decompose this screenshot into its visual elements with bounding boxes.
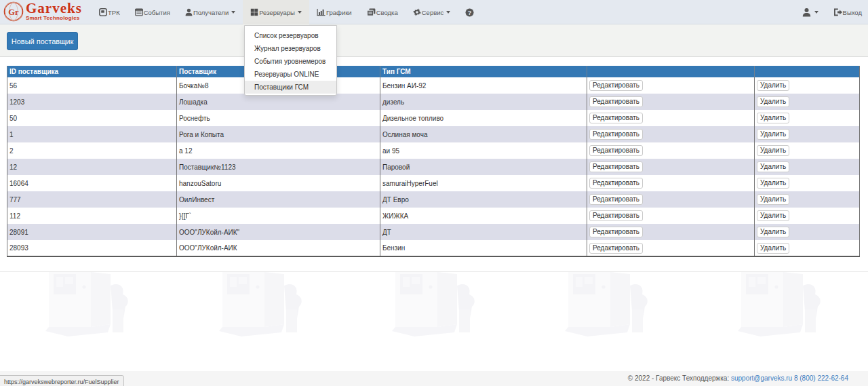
edit-button[interactable]: Редактировать [589,210,643,221]
delete-button[interactable]: Удалить [757,129,789,140]
tank-icon [250,8,258,16]
dropdown-item-link[interactable]: События уровнемеров [245,55,336,68]
footer-copyright: © 2022 - Гарвекс Техподдержка: [628,374,729,382]
cell-delete: Удалить [755,94,860,110]
nav-label: События [144,9,170,16]
footer-support-link[interactable]: support@garveks.ru 8 (800) 222-62-64 [731,374,848,382]
cell-fuel-type: Паровой [380,159,587,175]
nav-item-tanks[interactable]: Резервуары [243,0,309,24]
delete-button[interactable]: Удалить [757,210,789,221]
cell-supplier-name: }{[Г` [177,208,380,224]
table-header-row: ID поставщика Поставщик Тип ГСМ [7,66,860,77]
nav-label: Сервис [422,9,444,16]
cell-delete: Удалить [755,208,860,224]
cell-fuel-type: ЖИЖКА [380,208,587,224]
cell-delete: Удалить [755,110,860,126]
edit-button[interactable]: Редактировать [589,129,643,140]
delete-button[interactable]: Удалить [757,243,789,254]
nav-item-service[interactable]: Сервис [406,0,458,24]
delete-button[interactable]: Удалить [757,227,789,237]
bar-chart-icon [317,8,326,16]
cell-fuel-type: аи 95 [380,142,587,159]
edit-button[interactable]: Редактировать [589,80,643,91]
nav-label: ТРК [108,9,120,16]
delete-button[interactable]: Удалить [757,113,789,123]
delete-button[interactable]: Удалить [757,194,789,205]
delete-button[interactable]: Удалить [757,161,789,172]
gear-icon [413,8,421,16]
delete-button[interactable]: Удалить [757,80,789,91]
dropdown-item-tank-journal[interactable]: Журнал резервуаров [245,42,336,55]
edit-button[interactable]: Редактировать [589,96,643,107]
cell-edit: Редактировать [587,224,755,240]
col-header-fuel: Тип ГСМ [380,66,587,77]
nav-label: Получатели [193,9,229,16]
cell-delete: Удалить [755,175,860,191]
cell-edit: Редактировать [587,240,755,256]
dashboard-icon [99,8,107,16]
brand-tagline: Smart Technologies [26,15,82,21]
cell-edit: Редактировать [587,159,755,175]
cell-edit: Редактировать [587,142,755,159]
nav-item-events-link[interactable]: События [127,0,178,24]
list-alt-icon [135,8,143,16]
brand-logo[interactable]: Gr Garveks Smart Technologies [3,1,82,22]
suppliers-table-wrap: ID поставщика Поставщик Тип ГСМ 56Бочка№… [7,66,860,257]
caret-down-icon [231,11,235,14]
table-row: 777ОилИнвестДТ ЕвроРедактироватьУдалить [7,191,860,208]
dropdown-item-tanks-online[interactable]: Резервуары ONLINE [245,68,336,81]
nav-item-trk-link[interactable]: ТРК [92,0,127,24]
nav-item-charts[interactable]: Графики [309,0,359,24]
dropdown-item-level-events[interactable]: События уровнемеров [245,55,336,68]
edit-button[interactable]: Редактировать [589,145,643,156]
dropdown-item-link[interactable]: Список резервуаров [245,29,336,42]
cell-edit: Редактировать [587,94,755,110]
nav-item-recipients-link[interactable]: Получатели [178,0,243,24]
cell-supplier-name: ООО"ЛУКойл-АИК" [177,224,380,240]
delete-button[interactable]: Удалить [757,178,789,189]
cell-supplier-name: hanzouSatoru [177,175,380,191]
nav-item-events[interactable]: События [127,0,178,24]
nav-item-service-link[interactable]: Сервис [406,0,458,24]
nav-item-summary-link[interactable]: Сводка [359,0,406,24]
cell-supplier-name: Лошадка [177,94,380,110]
new-supplier-button[interactable]: Новый поставщик [7,32,78,50]
navbar: Gr Garveks Smart Technologies ТРК Событи… [0,0,868,24]
nav-item-logout[interactable]: Выход [826,0,868,24]
nav-item-charts-link[interactable]: Графики [309,0,359,24]
nav-item-tanks-link[interactable]: Резервуары [243,0,309,24]
dropdown-item-link[interactable]: Резервуары ONLINE [245,68,336,81]
nav-item-recipients[interactable]: Получатели [178,0,243,24]
fuel-pump-watermark [734,272,826,343]
delete-button[interactable]: Удалить [757,145,789,156]
edit-button[interactable]: Редактировать [589,161,643,172]
cell-delete: Удалить [755,224,860,240]
cell-supplier-name: ООО"ЛУКойл-АИК [177,240,380,256]
nav-item-account-link[interactable] [795,0,826,24]
delete-button[interactable]: Удалить [757,96,789,107]
cell-supplier-name: Рога и Копыта [177,126,380,142]
nav-item-help-link[interactable]: ? [458,0,482,24]
cell-edit: Редактировать [587,110,755,126]
dropdown-item-fuel-suppliers[interactable]: Поставщики ГСМ [245,81,336,94]
dropdown-item-tank-list[interactable]: Список резервуаров [245,29,336,42]
nav-item-trk[interactable]: ТРК [92,0,127,24]
nav-item-account[interactable] [795,0,826,24]
cell-supplier-id: 1203 [7,94,177,110]
cell-fuel-type: Ослиная моча [380,126,587,142]
cell-delete: Удалить [755,77,860,94]
dropdown-item-link[interactable]: Поставщики ГСМ [245,81,336,94]
dropdown-item-link[interactable]: Журнал резервуаров [245,42,336,55]
edit-button[interactable]: Редактировать [589,113,643,123]
nav-item-logout-link[interactable]: Выход [826,0,868,24]
edit-button[interactable]: Редактировать [589,243,643,254]
edit-button[interactable]: Редактировать [589,178,643,189]
nav-item-summary[interactable]: Сводка [359,0,406,24]
cell-fuel-type: Бензин [380,240,587,256]
nav-item-help[interactable]: ? [458,0,482,24]
edit-button[interactable]: Редактировать [589,194,643,205]
user-icon [185,8,193,16]
cell-supplier-id: 50 [7,110,177,126]
cell-edit: Редактировать [587,191,755,208]
edit-button[interactable]: Редактировать [589,227,643,237]
